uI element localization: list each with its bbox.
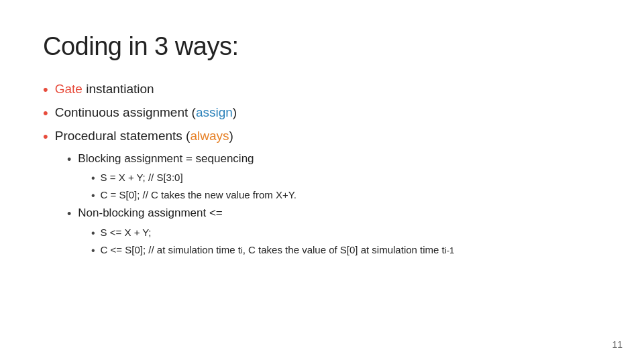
content-area: • Gate instantiation • Continuous assign… bbox=[43, 80, 601, 259]
bullet-s-nb: • S <= X + Y; bbox=[91, 225, 601, 241]
page-number: 11 bbox=[612, 339, 623, 350]
bullet-text-s: S = X + Y; // S[3:0] bbox=[101, 170, 183, 186]
gate-word: Gate bbox=[55, 82, 83, 96]
bullet-dot-3: • bbox=[43, 127, 48, 147]
bullet-c-assign: • C = S[0]; // C takes the new value fro… bbox=[91, 188, 601, 204]
bullet-text-nonblocking: Non-blocking assignment <= bbox=[78, 205, 222, 222]
slide-title: Coding in 3 ways: bbox=[43, 32, 601, 61]
assign-word: assign bbox=[196, 105, 233, 119]
bullet-text-continuous: Continuous assignment (assign) bbox=[55, 103, 237, 122]
bullet-s-assign: • S = X + Y; // S[3:0] bbox=[91, 170, 601, 186]
bullet-text-s-nb: S <= X + Y; bbox=[101, 225, 152, 241]
always-word: always bbox=[190, 129, 229, 143]
bullet-continuous: • Continuous assignment (assign) bbox=[43, 103, 601, 124]
subscript-i: i bbox=[241, 245, 243, 255]
bullet-dot-c: • bbox=[91, 188, 95, 204]
slide: Coding in 3 ways: • Gate instantiation •… bbox=[0, 0, 644, 362]
bullet-blocking: • Blocking assignment = sequencing bbox=[67, 151, 601, 168]
bullet-dot-s-nb: • bbox=[91, 225, 95, 241]
bullet-dot-nonblocking: • bbox=[67, 205, 71, 223]
bullet-text-blocking: Blocking assignment = sequencing bbox=[78, 151, 254, 168]
bullet-text-gate: Gate instantiation bbox=[55, 80, 154, 99]
bullet-dot-2: • bbox=[43, 103, 48, 124]
bullet-dot-c-nb: • bbox=[91, 243, 95, 259]
bullet-c-nb: • C <= S[0]; // at simulation time ti, C… bbox=[91, 243, 601, 259]
bullet-dot-1: • bbox=[43, 80, 48, 101]
subscript-i1: i-1 bbox=[445, 245, 454, 255]
bullet-nonblocking: • Non-blocking assignment <= bbox=[67, 205, 601, 223]
bullet-text-procedural: Procedural statements (always) bbox=[55, 127, 233, 145]
bullet-dot-s: • bbox=[91, 170, 95, 186]
bullet-text-c-nb: C <= S[0]; // at simulation time ti, C t… bbox=[101, 243, 455, 258]
bullet-procedural: • Procedural statements (always) bbox=[43, 127, 601, 147]
bullet-text-c: C = S[0]; // C takes the new value from … bbox=[101, 188, 297, 203]
bullet-dot-blocking: • bbox=[67, 151, 71, 168]
bullet-gate: • Gate instantiation bbox=[43, 80, 601, 101]
